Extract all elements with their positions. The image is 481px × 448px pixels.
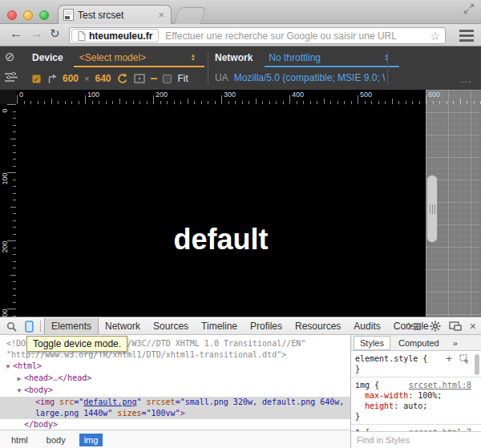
omnibox[interactable]: hteumeuleu.fr Effectuer une recherche su… [69, 27, 446, 44]
dpr-dash: – [151, 71, 158, 86]
dom-tree-row[interactable]: large.png 1440w" sizes="100vw"> [0, 408, 350, 419]
devtools-tab-sources[interactable]: Sources [147, 318, 195, 334]
console-drawer-icon[interactable] [407, 321, 422, 331]
ruler-tick [13, 289, 16, 289]
reload-button[interactable]: ↻ [50, 26, 60, 41]
dom-tree-row[interactable]: <img src="default.png" srcset="small.png… [0, 397, 350, 408]
device-width-field[interactable]: 600 [63, 73, 79, 84]
ruler-tick [133, 101, 134, 104]
css-segment: : 100%; [408, 391, 442, 400]
ruler-tick [433, 101, 434, 104]
disclosure-arrow-icon[interactable]: ▼ [14, 385, 24, 397]
device-mode-tooltip: Toggle device mode. [26, 336, 127, 352]
chrome-menu-icon[interactable] [458, 29, 475, 42]
screen-resolution-icon[interactable] [134, 74, 145, 83]
omnibox-placeholder: Effectuer une recherche sur Google ou sa… [165, 30, 430, 42]
style-rule-row[interactable]: height: auto; [355, 401, 481, 411]
ruler-tick [13, 125, 16, 126]
ruler-tick [13, 220, 16, 221]
ua-string-field[interactable]: Mozilla/5.0 (compatible; MSIE 9.0; Wi [234, 72, 385, 83]
sidebar-tabs: Styles Computed » [351, 335, 481, 351]
tab-title: Test srcset [78, 10, 156, 21]
stylesheet-link[interactable]: srcset.html:8 [409, 380, 471, 390]
ruler-tick [439, 101, 440, 104]
dom-tree-row[interactable]: </body> [0, 419, 350, 430]
viewport-resize-handle[interactable] [426, 175, 438, 243]
disclosure-arrow-icon[interactable]: ▶ [14, 373, 24, 385]
ruler-tick [153, 95, 154, 104]
dom-tree-row[interactable]: ▼<body> [0, 385, 350, 397]
minimize-window-button[interactable] [23, 10, 33, 20]
forward-button[interactable]: → [30, 26, 43, 41]
dock-side-icon[interactable] [449, 321, 462, 331]
devtools-tab-timeline[interactable]: Timeline [195, 318, 244, 334]
ruler-tick [344, 101, 345, 104]
style-rule-row[interactable]: srcset.html:8img { [355, 380, 481, 390]
ruler-label: 200 [156, 91, 168, 99]
dom-tree-row[interactable]: ▶<head>…</head> [0, 373, 350, 385]
disable-overrides-icon[interactable]: ⊘ [5, 50, 15, 64]
code-segment: </body> [24, 420, 58, 429]
ruler-tick [426, 95, 426, 104]
breadcrumb-item-html[interactable]: html [6, 434, 33, 446]
breadcrumb-item-img[interactable]: img [79, 434, 103, 446]
new-tab-button[interactable] [174, 7, 207, 24]
new-style-rule-icon[interactable]: + [446, 355, 452, 363]
devtools-tab-elements[interactable]: Elements [44, 318, 99, 334]
more-options-icon[interactable]: ... [461, 74, 471, 85]
overrides-settings-icon[interactable] [4, 71, 18, 83]
devtools-close-icon[interactable]: × [470, 320, 476, 333]
device-model-select[interactable]: <Select model> ▲▼ [71, 52, 202, 63]
ruler-tick [167, 101, 168, 104]
browser-tab[interactable]: Test srcset × [58, 5, 172, 24]
css-segment: img { [355, 381, 379, 389]
code-segment: large.png 1440w" [35, 409, 117, 418]
style-rule-row[interactable]: } [355, 411, 481, 422]
devtools-tab-resources[interactable]: Resources [289, 318, 347, 334]
toolbar-divider [387, 51, 388, 85]
device-viewport-area: default 0100200300400500600 0100200300 [0, 90, 481, 317]
sidebar-more-tabs-icon[interactable]: » [453, 338, 458, 348]
back-button[interactable]: ← [10, 26, 22, 41]
inspect-search-icon[interactable] [6, 321, 17, 332]
zoom-window-button[interactable] [39, 10, 49, 20]
code-segment: default.png [83, 398, 136, 406]
ruler-tick [358, 95, 358, 104]
resolution-checkbox[interactable]: ✓ [32, 75, 41, 83]
devtools-tab-network[interactable]: Network [99, 318, 147, 334]
network-throttling-value: No throttling [261, 52, 321, 63]
tab-computed[interactable]: Computed [393, 337, 445, 349]
toggle-device-mode-icon[interactable] [25, 321, 34, 333]
element-state-icon[interactable] [459, 354, 470, 364]
page-icon [78, 31, 86, 41]
devtools-tab-audits[interactable]: Audits [347, 318, 386, 334]
close-window-button[interactable] [7, 10, 17, 20]
find-in-styles-input[interactable]: Find in Styles [351, 431, 481, 448]
device-label: Device [32, 52, 63, 63]
fit-checkbox[interactable] [163, 75, 172, 83]
fullscreen-icon[interactable] [463, 3, 475, 14]
style-rule-row[interactable]: max-width: 100%; [355, 390, 481, 401]
ruler-tick [317, 101, 317, 104]
breadcrumb-item-body[interactable]: body [42, 434, 71, 446]
network-throttling-select[interactable]: No throttling ▲▼ [261, 52, 395, 63]
dom-tree-row[interactable]: ▼<html> [0, 361, 350, 373]
ruler-tick [474, 101, 475, 104]
swap-refresh-icon[interactable] [117, 73, 128, 84]
ruler-tick [385, 101, 386, 104]
sidebar-scrollbar[interactable] [475, 354, 479, 375]
code-segment: <head> [24, 373, 53, 382]
tab-close-icon[interactable]: × [156, 10, 166, 20]
style-rule-row[interactable]: } [355, 364, 481, 374]
swap-dimensions-icon[interactable] [46, 74, 57, 84]
bookmark-star-icon[interactable]: ☆ [430, 30, 440, 42]
devtools-tab-profiles[interactable]: Profiles [244, 318, 289, 334]
ruler-tick [38, 101, 38, 104]
settings-gear-icon[interactable] [430, 321, 441, 332]
origin-chip[interactable]: hteumeuleu.fr [71, 29, 159, 42]
disclosure-arrow-icon[interactable]: ▼ [3, 361, 13, 373]
ruler-label: 100 [87, 91, 99, 99]
tab-styles[interactable]: Styles [354, 336, 390, 350]
device-group: Device <Select model> ▲▼ ✓ 600 × 640 [32, 46, 207, 90]
device-height-field[interactable]: 640 [95, 73, 111, 84]
